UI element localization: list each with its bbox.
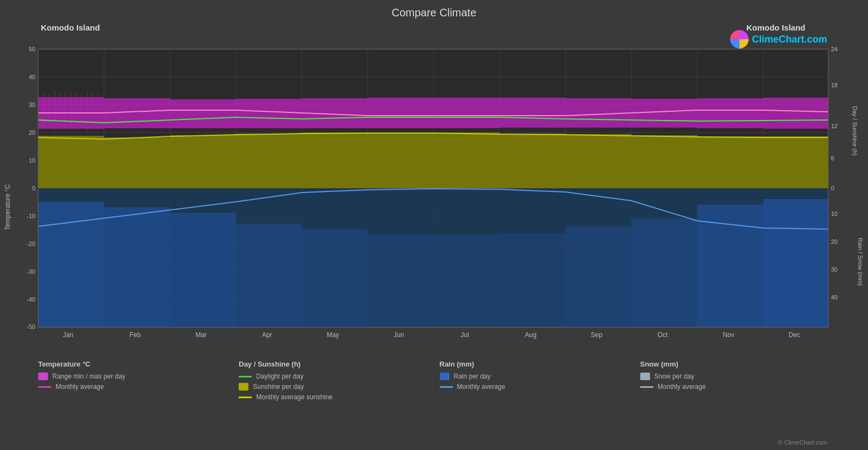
legend-col1-title: Temperature °C: [38, 360, 228, 368]
svg-rect-93: [763, 98, 828, 129]
svg-text:-50: -50: [27, 323, 35, 330]
copyright: © ClimeChart.com: [778, 439, 827, 446]
svg-text:12: 12: [831, 123, 837, 129]
svg-text:0: 0: [831, 185, 834, 191]
svg-text:Jun: Jun: [393, 331, 404, 339]
legend-col-snow: Snow (mm) Snow per day Monthly average: [640, 360, 830, 447]
svg-text:10: 10: [29, 157, 35, 164]
left-axis-label: Temperature °C: [4, 184, 11, 230]
svg-rect-62: [368, 235, 434, 327]
svg-rect-63: [434, 235, 500, 327]
svg-text:Dec: Dec: [788, 331, 800, 339]
svg-rect-74: [302, 133, 368, 188]
svg-text:50: 50: [29, 46, 35, 52]
legend-swatch-rain-avg: [440, 386, 453, 388]
legend-item-sunshine-avg: Monthly average sunshine: [239, 393, 428, 401]
right-axis-rain-label: Rain / Snow (mm): [857, 238, 864, 286]
legend-item-rain-avg: Monthly average: [440, 383, 629, 391]
legend-swatch-sunshine-avg: [239, 397, 252, 398]
svg-text:40: 40: [29, 74, 35, 80]
legend-col3-title: Rain (mm): [440, 360, 629, 368]
legend-col-sunshine: Day / Sunshine (h) Daylight per day Suns…: [239, 360, 428, 447]
svg-rect-70: [38, 136, 104, 188]
svg-rect-89: [500, 98, 566, 128]
svg-rect-88: [434, 98, 500, 128]
page-title: Compare Climate: [0, 0, 868, 21]
svg-text:-10: -10: [27, 213, 35, 219]
svg-rect-57: [38, 202, 104, 327]
svg-rect-64: [500, 233, 566, 327]
svg-rect-91: [632, 99, 697, 128]
svg-text:24: 24: [831, 46, 837, 52]
svg-rect-92: [697, 98, 763, 128]
svg-text:-30: -30: [27, 268, 35, 275]
svg-rect-61: [302, 229, 368, 327]
svg-rect-60: [236, 224, 302, 327]
main-chart: Temperature °C Day / Sunshine (h) Rain /…: [0, 33, 868, 349]
legend-label-rain: Rain per day: [454, 373, 491, 380]
svg-rect-80: [697, 136, 763, 188]
svg-rect-79: [632, 135, 697, 188]
right-axis-sunshine-label: Day / Sunshine (h): [852, 106, 858, 155]
svg-text:18: 18: [831, 82, 837, 88]
sunshine-area: [38, 133, 828, 188]
svg-text:10: 10: [831, 211, 837, 217]
svg-text:30: 30: [831, 266, 837, 273]
legend-col2-title: Day / Sunshine (h): [239, 360, 428, 368]
svg-text:0: 0: [32, 185, 35, 191]
svg-text:Aug: Aug: [525, 331, 536, 339]
legend-label-temp-range: Range min / max per day: [52, 373, 125, 380]
svg-rect-78: [566, 134, 632, 188]
svg-rect-85: [236, 99, 302, 128]
legend-item-rain: Rain per day: [440, 373, 629, 380]
legend-swatch-snow-avg: [640, 386, 653, 388]
svg-text:Jul: Jul: [460, 331, 469, 339]
legend-container: Temperature °C Range min / max per day M…: [0, 355, 868, 450]
svg-rect-72: [170, 135, 236, 188]
legend-swatch-sunshine: [239, 383, 248, 391]
legend-swatch-daylight: [239, 376, 252, 377]
svg-text:40: 40: [831, 294, 837, 301]
legend-label-snow: Snow per day: [654, 373, 694, 380]
svg-text:Nov: Nov: [723, 331, 734, 339]
legend-swatch-rain: [440, 373, 450, 380]
svg-text:Feb: Feb: [130, 331, 141, 339]
svg-rect-75: [368, 133, 434, 188]
legend-label-sunshine: Sunshine per day: [253, 383, 304, 391]
svg-rect-81: [763, 136, 828, 188]
svg-text:20: 20: [29, 129, 35, 136]
svg-text:Oct: Oct: [658, 331, 668, 339]
svg-text:Jan: Jan: [63, 331, 73, 339]
svg-text:May: May: [327, 331, 339, 339]
svg-rect-59: [170, 213, 236, 327]
svg-text:Sep: Sep: [591, 331, 603, 339]
svg-rect-58: [104, 207, 170, 327]
svg-rect-67: [697, 205, 763, 327]
svg-text:30: 30: [29, 101, 35, 108]
svg-rect-83: [104, 98, 170, 128]
svg-rect-76: [434, 133, 500, 188]
svg-text:20: 20: [831, 238, 837, 245]
svg-rect-65: [566, 226, 632, 327]
svg-text:-20: -20: [27, 241, 35, 247]
svg-rect-73: [236, 134, 302, 188]
svg-rect-87: [368, 98, 434, 128]
legend-col4-title: Snow (mm): [640, 360, 830, 368]
legend-label-temp-avg: Monthly average: [56, 383, 104, 391]
legend-item-sunshine: Sunshine per day: [239, 383, 428, 391]
legend-item-temp-avg: Monthly average: [38, 383, 228, 391]
svg-rect-77: [500, 134, 566, 188]
legend-label-daylight: Daylight per day: [256, 373, 304, 380]
legend-item-snow: Snow per day: [640, 373, 830, 380]
legend-col-rain: Rain (mm) Rain per day Monthly average: [440, 360, 629, 447]
legend-swatch-temp-range: [38, 373, 48, 380]
svg-text:6: 6: [831, 155, 834, 161]
svg-text:-40: -40: [27, 296, 35, 303]
svg-rect-71: [104, 137, 170, 188]
legend-item-temp-range: Range min / max per day: [38, 373, 228, 380]
legend-label-sunshine-avg: Monthly average sunshine: [256, 393, 332, 401]
svg-text:Apr: Apr: [262, 331, 272, 339]
legend-swatch-snow: [640, 373, 650, 380]
legend-label-snow-avg: Monthly average: [658, 383, 706, 391]
svg-rect-66: [632, 218, 697, 327]
